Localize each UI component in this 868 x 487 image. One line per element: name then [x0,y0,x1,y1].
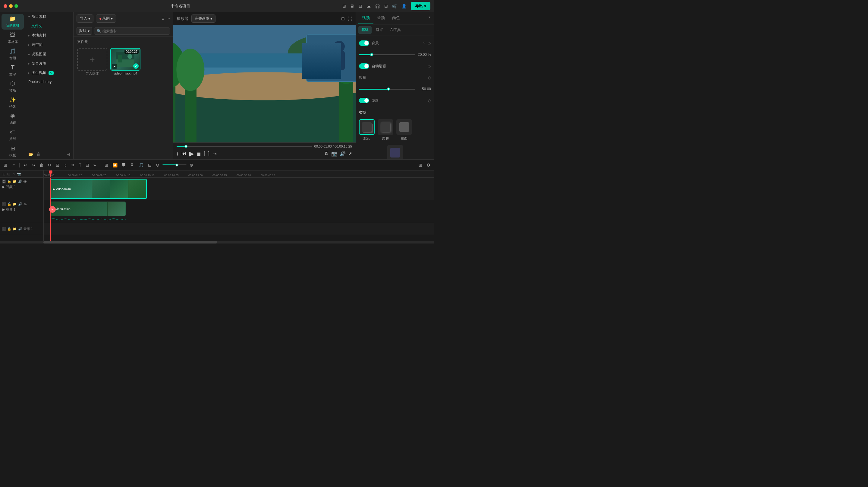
panel-item-cloud[interactable]: ▸ 云空间 [25,40,73,50]
tl-freeze-button[interactable]: ❄ [70,162,76,168]
cart-icon[interactable]: 🛒 [392,4,397,8]
subtab-mask[interactable]: 遮罩 [373,26,386,34]
collapse-panel-icon[interactable]: ◀ [67,152,70,156]
vol-video2-icon[interactable]: 🔊 [18,179,22,183]
background-keyframe-icon[interactable]: ◇ [428,41,431,46]
tab-video[interactable]: 视频 [358,12,373,24]
tl-delete-button[interactable]: 🗑 [38,162,45,168]
tab-audio[interactable]: 音频 [373,12,389,24]
nav-text[interactable]: T 文字 [1,62,24,78]
nav-transition[interactable]: ⬡ 转场 [1,79,24,94]
panel-item-composite[interactable]: ▸ 复合片段 [25,59,73,68]
media-more-icon[interactable]: ⋯ [166,17,170,21]
quantity-slider-handle[interactable] [387,87,390,90]
maximize-button[interactable] [14,4,18,8]
tl-auto-button[interactable]: ⊞ [103,162,110,168]
tab-color[interactable]: 颜色 [389,12,404,24]
panel-item-adjust[interactable]: ▸ 调整图层 [25,50,73,59]
tl-minus-button[interactable]: ⊖ [155,162,161,168]
quantity-slider[interactable] [359,89,415,90]
track-content-video2[interactable]: ▶ video-miao [44,178,434,200]
auto-enhance-toggle[interactable] [359,63,369,69]
quantity-keyframe[interactable]: ◇ [428,75,431,80]
nav-asset-library[interactable]: 🖼 素材库 [1,30,24,46]
folder-video2-icon[interactable]: 📁 [13,179,17,183]
tl-zoom-track[interactable] [162,165,187,165]
cloud-icon[interactable]: ☁ [367,4,371,8]
right-tab-arrow[interactable]: ▾ [427,12,432,24]
scrollbar-thumb[interactable] [43,241,217,244]
lock-audio1-icon[interactable]: 🔒 [7,227,11,231]
tl-music-button[interactable]: 🎵 [137,162,145,168]
subtab-ai[interactable]: AI工具 [387,26,404,34]
background-slider-handle[interactable] [370,53,373,56]
panel-item-local[interactable]: ▸ 本地素材 [25,31,73,40]
add-track-icon[interactable]: ⊞ [2,172,5,176]
track-content-audio1[interactable] [44,223,434,235]
mark-in-button[interactable]: [ [204,151,205,156]
tl-settings-button[interactable]: ⚙ [425,162,432,168]
tl-mic-button[interactable]: 🎙 [129,162,135,168]
background-hint-icon[interactable]: ? [423,41,425,45]
shadow-type-soft[interactable]: 柔和 [378,119,393,141]
tl-shield-button[interactable]: ⛊ [121,162,127,168]
nav-templates[interactable]: ⊞ 模板 [1,143,24,159]
add-folder-icon[interactable]: 📂 [28,152,33,156]
search-input[interactable] [102,29,167,33]
prev-frame-button[interactable]: ⏮ [181,151,186,156]
media-filter-icon[interactable]: ≡ [162,17,164,21]
tl-zoom-handle[interactable] [176,164,178,166]
clip-video1[interactable]: ▶ video-miao [50,202,126,216]
tl-more-btn[interactable]: » [92,162,97,168]
eye-video1-icon[interactable]: 👁 [24,202,27,206]
panel-item-ai-video[interactable]: ▸ 图生视频 AI [25,68,73,78]
nav-audio[interactable]: 🎵 音频 [1,46,24,62]
shadow-keyframe[interactable]: ◇ [428,98,431,103]
shadow-type-default[interactable]: 默认 [359,119,375,141]
delete-folder-icon[interactable]: 🗑 [36,152,41,156]
panel-item-photos[interactable]: Photos Library [25,78,73,86]
insert-button[interactable]: ⇥ [213,151,216,156]
background-slider[interactable] [359,54,415,55]
camera-track-icon[interactable]: 📷 [17,172,21,176]
headphone-icon[interactable]: 🎧 [375,4,380,8]
progress-bar[interactable] [177,146,312,147]
nav-filters[interactable]: ◉ 滤镜 [1,111,24,127]
lock-video1-icon[interactable]: 🔒 [7,202,11,206]
panel-item-project[interactable]: ▾ 项目素材 [25,12,73,22]
tl-pip-button[interactable]: ⊟ [147,162,153,168]
tl-snap-button[interactable]: ⊞ [2,162,8,168]
grid-icon[interactable]: ⊟ [359,4,362,8]
shadow-projection[interactable]: 投射 [359,145,431,159]
export-button[interactable]: 导出 ▾ [411,2,430,10]
tl-plus-button[interactable]: ⊕ [188,162,194,168]
close-button[interactable] [4,4,7,8]
quality-select[interactable]: 完整画质 ▾ [191,15,216,23]
monitor-icon[interactable]: 🖥 [350,4,354,8]
tl-undo-button[interactable]: ↩ [23,162,29,168]
nav-stickers[interactable]: 🏷 贴纸 [1,127,24,143]
monitor-btn[interactable]: 🖥 [324,151,329,156]
user-icon[interactable]: 👤 [401,4,407,8]
progress-handle[interactable] [184,145,187,148]
lock-video2-icon[interactable]: 🔒 [7,179,11,183]
apps-icon[interactable]: ⊞ [384,4,388,8]
tl-redo-button[interactable]: ↪ [30,162,36,168]
minimize-button[interactable] [9,4,13,8]
lock-track-icon[interactable]: ⊟ [7,172,10,176]
eye-video2-icon[interactable]: 👁 [24,180,27,183]
vol-audio1-icon[interactable]: 🔊 [18,227,22,231]
background-toggle[interactable] [359,40,369,46]
split-view-icon[interactable]: ⊞ [341,16,345,21]
camera-btn[interactable]: 📷 [331,151,337,156]
stop-button[interactable]: ◼ [197,151,201,156]
media-thumb[interactable]: 00:00:27 ✓ ▶ [110,48,141,70]
folder-video1-icon[interactable]: 📁 [13,202,17,206]
tl-layout-button[interactable]: ⊞ [417,162,424,168]
clip-video2[interactable]: ▶ video-miao [50,179,147,199]
screen-icon[interactable]: ⊞ [342,4,346,8]
tl-crop2-button[interactable]: ⊟ [84,162,90,168]
folder-select[interactable]: 默认 ▾ [76,27,92,35]
rewind-button[interactable]: ⟨ [177,151,179,156]
import-button[interactable]: 导入 ▾ [76,15,93,23]
